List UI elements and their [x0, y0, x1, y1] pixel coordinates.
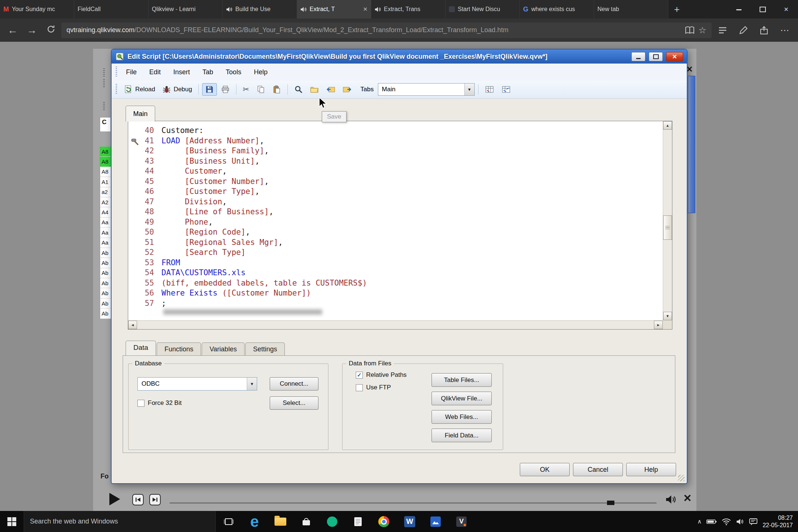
list-value[interactable]: A4 — [100, 207, 111, 217]
next-button[interactable] — [149, 494, 161, 505]
scroll-left-icon[interactable]: ◄ — [128, 321, 137, 329]
battery-icon[interactable] — [706, 519, 717, 524]
tab-close-icon[interactable]: ✕ — [363, 6, 368, 13]
expand-script-button[interactable] — [498, 83, 514, 96]
paste-button[interactable] — [269, 83, 284, 96]
edge-icon[interactable]: e — [242, 511, 267, 532]
speaker-icon[interactable] — [736, 518, 744, 525]
list-value[interactable]: A8 — [100, 167, 111, 177]
relative-paths-checkbox[interactable]: ✓ — [356, 372, 363, 379]
tray-expand-icon[interactable]: ∧ — [697, 518, 702, 525]
favorite-star-icon[interactable]: ☆ — [698, 25, 706, 35]
database-select[interactable]: ODBC ▼ — [137, 377, 257, 391]
hub-icon[interactable] — [713, 27, 732, 34]
chevron-down-icon[interactable]: ▼ — [464, 83, 474, 95]
more-options-icon[interactable]: ⋯ — [775, 25, 794, 35]
list-value[interactable]: A8 — [100, 147, 111, 157]
scroll-right-icon[interactable]: ► — [654, 321, 663, 329]
maximize-icon[interactable] — [751, 0, 774, 18]
browser-tab[interactable]: Extract, T✕ — [297, 0, 371, 18]
tab-audio-icon[interactable] — [226, 7, 232, 12]
footer-help-button[interactable]: Help — [626, 463, 676, 476]
footer-ok-button[interactable]: OK — [520, 463, 570, 476]
file-button[interactable]: Field Data... — [432, 429, 492, 442]
browser-tab[interactable]: FieldCall — [74, 0, 149, 18]
browser-tab[interactable]: New tab — [594, 0, 668, 18]
previous-button[interactable] — [132, 494, 144, 505]
notes-app-icon[interactable] — [345, 511, 371, 532]
browser-tab[interactable]: Start New Discu — [446, 0, 520, 18]
next-tab-button[interactable] — [340, 83, 355, 96]
store-icon[interactable] — [293, 511, 319, 532]
file-button[interactable]: Web Files... — [432, 410, 492, 424]
table-viewer-button[interactable] — [482, 83, 497, 96]
list-value[interactable]: Aa — [100, 218, 111, 228]
start-button[interactable] — [0, 511, 24, 532]
tab-audio-icon[interactable] — [375, 7, 381, 12]
panel-tab-data[interactable]: Data — [126, 341, 156, 355]
scroll-up-icon[interactable]: ▲ — [663, 121, 672, 130]
script-editor[interactable]: 40Customer:41LOAD [Address Number],42 [B… — [128, 121, 672, 330]
editor-vertical-scrollbar[interactable]: ▲ ▼ — [663, 121, 672, 320]
debug-button[interactable]: Debug — [159, 83, 195, 96]
file-explorer-icon[interactable] — [267, 511, 293, 532]
panel-tab-functions[interactable]: Functions — [157, 342, 201, 355]
list-value[interactable]: a2 — [100, 187, 111, 197]
web-note-icon[interactable] — [734, 26, 753, 35]
menu-insert[interactable]: Insert — [167, 68, 196, 76]
dialog-title-bar[interactable]: Edit Script [C:\Users\Administrator\Docu… — [112, 50, 687, 64]
dialog-maximize-icon[interactable] — [649, 52, 663, 61]
taskbar-clock[interactable]: 08:27 22-05-2017 — [763, 514, 793, 529]
list-value[interactable]: Ab — [100, 258, 111, 268]
panel-tab-settings[interactable]: Settings — [245, 342, 285, 355]
reading-view-icon[interactable] — [685, 26, 695, 34]
player-close-icon[interactable]: ✕ — [683, 492, 692, 504]
green-app-icon[interactable] — [319, 511, 345, 532]
menu-file[interactable]: File — [120, 68, 143, 76]
dialog-minimize-icon[interactable] — [631, 52, 645, 61]
word-icon[interactable]: W — [397, 511, 423, 532]
browser-tab[interactable]: Gwhere exists cus — [520, 0, 594, 18]
volume-icon[interactable] — [665, 495, 676, 506]
previous-tab-button[interactable] — [323, 83, 338, 96]
browser-tab[interactable]: Build the Use — [223, 0, 297, 18]
scrollbar-thumb[interactable] — [663, 215, 672, 240]
list-value[interactable]: Aa — [100, 238, 111, 248]
file-button[interactable]: Table Files... — [432, 373, 492, 387]
refresh-icon[interactable] — [42, 24, 60, 36]
taskbar-search-input[interactable]: Search the web and Windows — [24, 511, 216, 532]
forward-icon[interactable]: → — [23, 24, 41, 36]
list-value[interactable]: Ab — [100, 278, 111, 288]
list-value[interactable]: Aa — [100, 228, 111, 238]
reload-button[interactable]: Reload — [121, 83, 158, 96]
copy-button[interactable] — [253, 83, 268, 96]
list-value[interactable]: Ab — [100, 248, 111, 258]
open-file-button[interactable] — [307, 83, 322, 96]
file-button[interactable]: QlikView File... — [432, 392, 492, 405]
find-button[interactable] — [291, 83, 306, 96]
share-icon[interactable] — [754, 26, 774, 35]
task-view-button[interactable] — [216, 511, 242, 532]
menu-edit[interactable]: Edit — [143, 68, 167, 76]
tab-selector[interactable]: Main ▼ — [378, 83, 475, 96]
action-center-icon[interactable] — [749, 518, 758, 525]
browser-tab[interactable]: MYour Sunday mc — [0, 0, 74, 18]
menu-tab[interactable]: Tab — [196, 68, 219, 76]
browser-tab[interactable]: Extract, Trans — [371, 0, 446, 18]
wifi-icon[interactable] — [722, 518, 731, 525]
list-value[interactable]: A1 — [100, 177, 111, 187]
progress-bar[interactable] — [170, 502, 657, 504]
menu-tools[interactable]: Tools — [219, 68, 248, 76]
save-button[interactable] — [202, 83, 217, 96]
select-button[interactable]: Select... — [270, 396, 318, 410]
url-field[interactable]: qvtraining.qlikview.com /DOWNLOADS_FREE-… — [61, 23, 712, 38]
back-icon[interactable]: ← — [4, 24, 21, 36]
print-button[interactable] — [218, 83, 233, 96]
scroll-down-icon[interactable]: ▼ — [663, 312, 672, 320]
footer-cancel-button[interactable]: Cancel — [573, 463, 623, 476]
browser-tab[interactable]: Qlikview - Learni — [149, 0, 223, 18]
page-scrollbar[interactable] — [688, 76, 695, 213]
chrome-icon[interactable] — [371, 511, 397, 532]
script-tab-main[interactable]: Main — [126, 106, 155, 122]
progress-handle[interactable] — [607, 501, 614, 505]
